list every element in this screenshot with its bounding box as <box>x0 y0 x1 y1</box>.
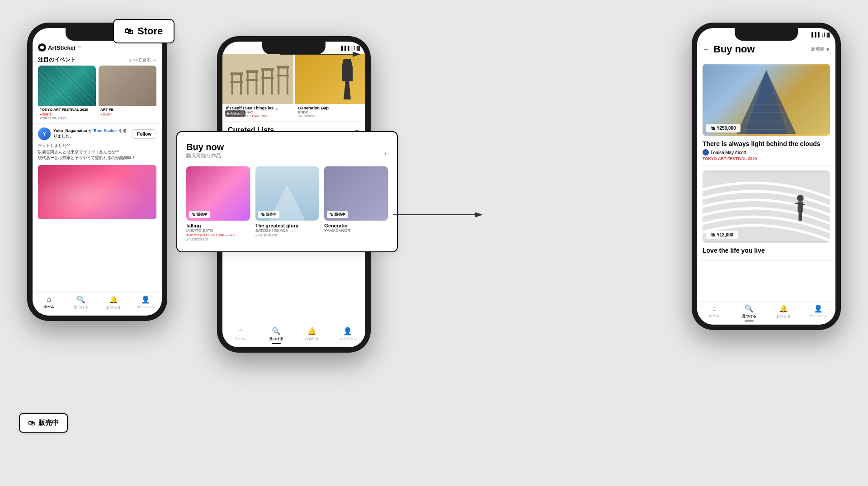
activity-message: ゲットしました^^ 以前笹岡さんとは東京でゴリゴリ呑んだな^^ 現代あーとは作家… <box>38 142 156 162</box>
event-card-2-status: ● 開催中 <box>99 112 156 117</box>
artwork-2-image: 🛍 ¥12,000 <box>703 170 830 243</box>
svg-rect-8 <box>231 72 243 75</box>
generation-sale-badge: 🛍 販売中 <box>327 211 348 218</box>
nav-find-r[interactable]: 🔍 見つける <box>732 304 767 321</box>
art-grid: ▶ 動画あり If I Seelf I See Things las ... I… <box>222 54 365 121</box>
artwork-1-image: 🛍 ¥250,000 <box>703 64 830 136</box>
artwork-1-title: There is always light behind the clouds <box>703 140 830 148</box>
nav-home[interactable]: ⌂ ホーム <box>33 295 65 309</box>
artwork-2-title: Love the life you live <box>703 246 830 255</box>
bottom-nav-right: ⌂ ホーム 🔍 見つける 🔔 お知らせ 👤 マイページ <box>697 301 835 325</box>
back-button[interactable]: ← <box>703 45 710 53</box>
falling-author: MISATO SATO <box>186 228 250 233</box>
svg-point-4 <box>40 46 44 49</box>
events-title: 注目のイベント <box>38 56 76 64</box>
falling-stickers: 243 stickers <box>186 237 250 241</box>
buy-now-title: Buy now <box>713 43 755 55</box>
event-card-2[interactable]: ART FE ● 開催中 <box>99 66 156 121</box>
svg-rect-19 <box>287 66 288 95</box>
arrow-buynow-to-right <box>393 206 493 224</box>
logo-icon <box>38 43 46 52</box>
art-cell-person[interactable]: Generation Gap ENDO 243 stickers <box>295 54 366 119</box>
buynow-card-falling[interactable]: 🛍 販売中 falling MISATO SATO TOKYO ART FEST… <box>186 166 250 241</box>
svg-rect-14 <box>262 68 264 95</box>
event-card-1-title: TOKYO ART FESTIVAL 2020 <box>38 106 96 112</box>
author-avatar-1: L <box>703 149 709 156</box>
follow-button[interactable]: Follow <box>132 129 156 139</box>
nav-home-c[interactable]: ⌂ ホーム <box>222 327 258 341</box>
artwork-entry-2[interactable]: 🛍 ¥12,000 Love the life you live <box>697 166 835 261</box>
art2-author: ENDO <box>298 110 362 114</box>
falling-event: TOKYO ART FESTIVAL 2020 <box>186 233 250 237</box>
hanbai-label: 販売中 <box>38 419 59 427</box>
see-all-link[interactable]: すべて見る → <box>128 57 156 63</box>
svg-rect-6 <box>231 72 233 94</box>
artwork-entry-1[interactable]: 🛍 ¥250,000 There is always light behind … <box>697 59 835 166</box>
app-name: ArtSticker <box>48 44 76 51</box>
store-popup[interactable]: 🛍 Store <box>113 19 175 43</box>
phone-right: ▐▐▐ ⌊⌋ ▓ ← Buy now 新着順 ▼ <box>692 23 841 330</box>
blue-sticker-link[interactable]: Blue Sticker <box>94 128 117 133</box>
notify-label-c: お知らせ <box>305 336 319 341</box>
nav-notify[interactable]: 🔔 お知らせ <box>97 295 130 310</box>
art-cell-chairs[interactable]: ▶ 動画あり If I Seelf I See Things las ... I… <box>222 54 293 119</box>
price-badge-2: 🛍 ¥12,000 <box>706 231 738 239</box>
art-info-2: Generation Gap ENDO 243 stickers <box>295 104 366 119</box>
svg-rect-7 <box>240 72 242 94</box>
price-badge-1: 🛍 ¥250,000 <box>706 124 741 132</box>
notify-label-r: お知らせ <box>776 314 791 319</box>
event-card-1-date: 2020.04.30 - 06.20 <box>38 117 96 121</box>
hanbai-popup: 🛍 販売中 <box>19 413 68 433</box>
artwork-1-author-name: Louisa May Alcott <box>711 150 746 155</box>
right-header: ← Buy now 新着順 ▼ <box>697 41 835 59</box>
svg-marker-3 <box>475 212 483 217</box>
user-avatar: Y <box>38 127 51 140</box>
event-card-1[interactable]: TOKYO ART FESTIVAL 2020 ● 開催中 2020.04.30… <box>38 66 96 121</box>
person-icon-c: 👤 <box>343 327 352 335</box>
artwork-1-event: TOKYO ART FESTIVAL 2020 <box>703 156 830 161</box>
nav-mypage-r[interactable]: 👤 マイページ <box>801 304 836 319</box>
phone-right-notch <box>735 28 798 41</box>
buynow-card-glory[interactable]: 🛍 販売中 The greatest glory SATOSHI OKADA 2… <box>255 166 319 241</box>
svg-rect-20 <box>277 66 289 69</box>
event-card-1-image <box>38 66 96 106</box>
activity-user-row: Y Yuko_Nagamatsu が Blue Sticker を送りました。 … <box>38 127 156 140</box>
search-icon-r: 🔍 <box>745 304 754 313</box>
signal-icon-r: ▐▐▐ <box>810 32 819 37</box>
activity-section: Y Yuko_Nagamatsu が Blue Sticker を送りました。 … <box>33 123 162 221</box>
nav-notify-c[interactable]: 🔔 お知らせ <box>294 327 330 341</box>
phone-right-screen: ▐▐▐ ⌊⌋ ▓ ← Buy now 新着順 ▼ <box>697 28 835 325</box>
nav-find[interactable]: 🔍 見つける <box>65 295 98 310</box>
svg-rect-12 <box>246 70 258 73</box>
event-card-2-image <box>99 66 156 106</box>
home-label-r: ホーム <box>709 313 720 318</box>
notify-label: お知らせ <box>106 305 121 310</box>
nav-underline-c <box>272 343 281 344</box>
phone-left: ▐▐▐ ⌊⌋ ▓ ArtSticker ™ 注目のイベント すべて見る → <box>27 23 167 321</box>
nav-mypage-c[interactable]: 👤 マイページ <box>330 327 365 341</box>
activity-description: Yuko_Nagamatsu が Blue Sticker を送りました。 <box>53 128 129 139</box>
svg-rect-18 <box>278 66 279 95</box>
buynow-arrow-icon[interactable]: → <box>379 148 388 159</box>
phone-left-screen: ▐▐▐ ⌊⌋ ▓ ArtSticker ™ 注目のイベント すべて見る → <box>33 28 162 316</box>
sort-option[interactable]: 新着順 ▼ <box>811 46 830 52</box>
svg-rect-9 <box>231 81 243 83</box>
nav-mypage[interactable]: 👤 マイページ <box>130 295 162 310</box>
app-trademark: ™ <box>78 46 81 50</box>
buynow-subtitle: 購入可能な作品 <box>186 152 224 159</box>
person-icon: 👤 <box>141 295 150 304</box>
artwork-1-image-container: 🛍 ¥250,000 <box>703 64 830 136</box>
bell-icon-r: 🔔 <box>779 304 788 313</box>
hanbai-icon: 🛍 <box>28 419 35 427</box>
nav-notify-r[interactable]: 🔔 お知らせ <box>766 304 801 319</box>
nav-home-r[interactable]: ⌂ ホーム <box>697 304 732 318</box>
person-icon-r: 👤 <box>814 304 823 313</box>
artwork-1-author-row: L Louisa May Alcott <box>703 149 830 156</box>
generation-artwork-image: 🛍 販売中 <box>324 166 388 221</box>
nav-find-c[interactable]: 🔍 見つける <box>258 327 294 344</box>
find-label-r: 見つける <box>742 314 756 319</box>
bottom-nav-left: ⌂ ホーム 🔍 見つける 🔔 お知らせ 👤 マイページ <box>33 292 162 316</box>
activity-artwork[interactable] <box>38 165 156 219</box>
svg-rect-10 <box>247 70 249 94</box>
buynow-card-generation[interactable]: 🛍 販売中 Generatio YAMADANOR <box>324 166 388 241</box>
